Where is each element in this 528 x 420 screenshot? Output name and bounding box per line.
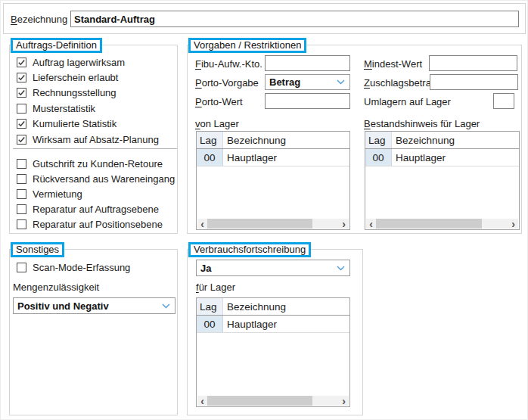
verbrauchsfortschreibung-value: Ja	[200, 263, 211, 274]
table-empty-area	[365, 166, 519, 219]
bestandshinweis-label: Bestandshinweis für Lager	[364, 118, 480, 129]
checkbox-row-r-ckversand-aus-wareneingang[interactable]: Rückversand aus Wareneingang	[17, 172, 175, 185]
mengenzulaessigkeit-value: Positiv und Negativ	[17, 300, 109, 312]
scrollbar-thumb[interactable]	[207, 219, 312, 229]
group-title-vorgaben-restriktionen: Vorgaben / Restriktionen	[188, 38, 306, 53]
checkbox[interactable]	[17, 159, 26, 169]
checkbox[interactable]	[17, 204, 26, 214]
table-row[interactable]: 00Hauptlager	[365, 149, 519, 166]
column-header-lag[interactable]: Lag	[197, 132, 223, 148]
checkbox-row-scan-mode-erfassung[interactable]: Scan-Mode-Erfassung	[17, 260, 130, 274]
column-header-bezeichnung[interactable]: Bezeichnung	[392, 132, 519, 148]
horizontal-scrollbar[interactable]: ‹›	[197, 219, 349, 229]
scroll-right-arrow-icon[interactable]: ›	[339, 397, 349, 406]
horizontal-scrollbar[interactable]: ‹›	[366, 219, 518, 229]
mindest-wert-label: Mindest-Wert	[364, 58, 422, 70]
checkbox[interactable]	[17, 73, 26, 82]
column-header-lag[interactable]: Lag	[365, 132, 392, 148]
porto-vorgabe-label: Porto-Vorgabe	[195, 77, 259, 89]
scroll-left-arrow-icon[interactable]: ‹	[197, 397, 207, 406]
porto-vorgabe-dropdown[interactable]: Betrag	[265, 74, 350, 90]
scroll-left-arrow-icon[interactable]: ‹	[197, 219, 207, 229]
scrollbar-track[interactable]	[376, 219, 508, 229]
scroll-left-arrow-icon[interactable]: ‹	[366, 219, 376, 229]
sonstiges-group: Scan-Mode-Erfassung	[9, 249, 178, 415]
checkbox-label: Lieferschein erlaubt	[33, 72, 118, 83]
bezeichnung-label: Bezeichnung	[11, 14, 67, 25]
checkbox[interactable]	[17, 174, 26, 184]
cell-lag: 00	[197, 149, 223, 166]
checkbox-label: Musterstatistik	[33, 103, 95, 114]
porto-wert-label: Porto-Wert	[195, 96, 243, 107]
order-type-settings-form: Bezeichnung Auftrags-Definition Auftrag …	[0, 0, 528, 420]
checkbox-row-lieferschein-erlaubt[interactable]: Lieferschein erlaubt	[17, 70, 118, 84]
fuer-lager-table: LagBezeichnung00Hauptlager‹›	[196, 297, 350, 407]
scrollbar-track[interactable]	[207, 396, 339, 406]
porto-vorgabe-value: Betrag	[269, 76, 300, 88]
checkbox-row-gutschrift-zu-kunden-retoure[interactable]: Gutschrift zu Kunden-Retoure	[17, 157, 163, 170]
column-header-bezeichnung[interactable]: Bezeichnung	[223, 298, 349, 315]
mengenzulaessigkeit-label: Mengenzulässigkeit	[13, 282, 99, 293]
cell-bezeichnung: Hauptlager	[392, 149, 519, 166]
scrollbar-thumb[interactable]	[376, 219, 482, 229]
checkbox-label: Wirksam auf Absatz-Planung	[33, 134, 159, 145]
chevron-down-icon	[337, 266, 345, 271]
zuschlagsbetrag-label: Zuschlagsbetrag	[364, 77, 436, 89]
checkbox-label: Rechnungsstellung	[33, 87, 116, 98]
zuschlagsbetrag-input[interactable]	[430, 74, 518, 90]
mindest-wert-input[interactable]	[429, 55, 517, 71]
fibu-aufw-kto-input[interactable]	[265, 55, 350, 71]
umlagern-auf-lager-input[interactable]	[493, 93, 514, 109]
table-header-row: LagBezeichnung	[365, 132, 519, 149]
checkmark-icon	[17, 58, 26, 67]
checkbox-row-rechnungsstellung[interactable]: Rechnungsstellung	[17, 86, 116, 100]
checkbox-row-reparatur-auf-positionsebene[interactable]: Reparatur auf Positionsebene	[17, 218, 163, 232]
checkbox[interactable]	[17, 58, 26, 67]
chevron-down-icon	[337, 79, 345, 85]
checkbox[interactable]	[17, 135, 26, 145]
auftrags-definition-group: Auftrag lagerwirksamLieferschein erlaubt…	[9, 45, 178, 234]
table-header-row: LagBezeichnung	[197, 132, 349, 149]
separator-line	[13, 148, 177, 149]
scrollbar-thumb[interactable]	[207, 396, 312, 406]
checkbox[interactable]	[17, 119, 26, 129]
checkbox-row-reparatur-auf-auftragsebene[interactable]: Reparatur auf Auftragsebene	[17, 203, 159, 216]
checkbox[interactable]	[17, 219, 26, 229]
scroll-right-arrow-icon[interactable]: ›	[339, 219, 349, 229]
horizontal-scrollbar[interactable]: ‹›	[197, 396, 349, 406]
checkbox-label: Kumulierte Statistik	[33, 118, 116, 129]
scrollbar-track[interactable]	[207, 219, 339, 229]
group-title-sonstiges: Sonstiges	[11, 242, 64, 257]
table-row[interactable]: 00Hauptlager	[197, 149, 349, 166]
verbrauchsfortschreibung-dropdown[interactable]: Ja	[196, 260, 350, 276]
mengenzulaessigkeit-dropdown[interactable]: Positiv und Negativ	[13, 297, 175, 314]
checkbox[interactable]	[17, 189, 26, 199]
checkbox-row-wirksam-auf-absatz-planung[interactable]: Wirksam auf Absatz-Planung	[17, 132, 159, 146]
checkbox-label: Auftrag lagerwirksam	[33, 57, 125, 68]
porto-wert-input[interactable]	[265, 93, 350, 109]
column-header-lag[interactable]: Lag	[197, 298, 223, 315]
checkbox-label: Vermietung	[33, 188, 82, 200]
checkbox-label: Gutschrift zu Kunden-Retoure	[33, 158, 163, 170]
checkbox-row-kumulierte-statistik[interactable]: Kumulierte Statistik	[17, 117, 116, 131]
bezeichnung-input[interactable]	[70, 11, 519, 27]
column-header-bezeichnung[interactable]: Bezeichnung	[223, 132, 349, 148]
checkbox-row-auftrag-lagerwirksam[interactable]: Auftrag lagerwirksam	[17, 55, 125, 69]
checkbox[interactable]	[17, 88, 26, 98]
table-row[interactable]: 00Hauptlager	[197, 316, 349, 333]
group-title-verbrauchsfortschreibung: Verbrauchsfortschreibung	[188, 242, 311, 257]
checkbox-row-vermietung[interactable]: Vermietung	[17, 187, 82, 201]
cell-lag: 00	[197, 316, 223, 332]
umlagern-auf-lager-label: Umlagern auf Lager	[364, 96, 451, 107]
checkbox[interactable]	[17, 263, 26, 272]
chevron-down-icon	[162, 303, 170, 309]
von-lager-table: LagBezeichnung00Hauptlager‹›	[196, 131, 350, 230]
cell-lag: 00	[365, 149, 392, 166]
checkbox[interactable]	[17, 104, 26, 114]
scroll-right-arrow-icon[interactable]: ›	[508, 219, 518, 229]
group-title-auftrags-definition: Auftrags-Definition	[11, 38, 102, 53]
fuer-lager-label: für Lager	[196, 282, 235, 293]
checkbox-row-musterstatistik[interactable]: Musterstatistik	[17, 101, 95, 115]
checkmark-icon	[17, 135, 26, 144]
checkmark-icon	[17, 73, 26, 82]
